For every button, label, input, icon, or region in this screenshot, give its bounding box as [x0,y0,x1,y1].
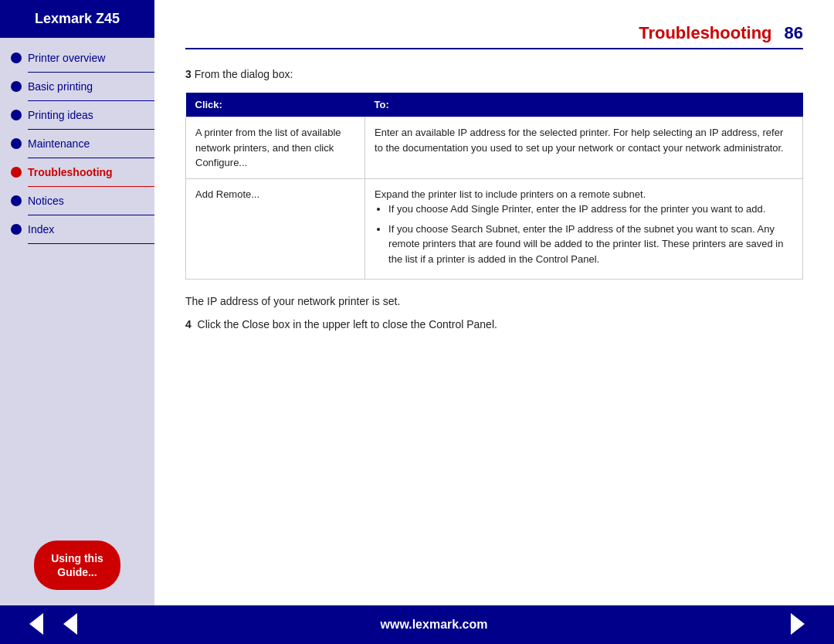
nav-divider-printer-overview [28,72,154,73]
nav-bullet-troubleshooting [11,167,22,178]
back-arrow-button[interactable] [23,610,49,640]
nav-divider-basic-printing [28,100,154,101]
content-area: Troubleshooting 86 3 From the dialog box… [154,0,834,605]
sidebar-label-troubleshooting: Troubleshooting [28,166,113,178]
list-item: If you choose Add Single Printer, enter … [388,202,793,217]
nav-divider-index [28,243,154,244]
table-to-2-intro: Expand the printer list to include print… [375,188,646,200]
sidebar-label-printer-overview: Printer overview [28,52,105,64]
back-arrow2-icon [63,613,77,635]
nav-bullet-maintenance [11,138,22,149]
footer-url[interactable]: www.lexmark.com [380,618,487,632]
sidebar-title: Lexmark Z45 [35,11,120,26]
footer-back-nav [23,610,83,640]
step4-instruction: Click the Close box in the upper left to… [198,318,497,330]
using-guide-button[interactable]: Using this Guide... [34,541,120,590]
step3-text: From the dialog box: [195,68,293,80]
sidebar-item-printer-overview[interactable]: Printer overview [0,46,154,70]
nav-bullet-index [11,224,22,235]
step4-text: 4 Click the Close box in the upper left … [185,318,803,330]
table-cell-to-2: Expand the printer list to include print… [365,178,803,280]
forward-arrow-icon [791,613,805,635]
table-cell-to-1: Enter an available IP address for the se… [365,117,803,179]
back-arrow-icon [29,613,43,635]
sidebar: Lexmark Z45 Printer overview Basic print… [0,0,154,605]
table-to-2-list: If you choose Add Single Printer, enter … [388,202,793,266]
sidebar-item-troubleshooting[interactable]: Troubleshooting [0,160,154,185]
sidebar-item-index[interactable]: Index [0,217,154,242]
table-row: A printer from the list of available net… [186,117,803,179]
table-col1-header: Click: [186,93,365,117]
footer-forward-nav [785,610,811,640]
using-guide-line2: Guide... [57,566,97,578]
sidebar-button-area: Using this Guide... [0,525,154,605]
step3-intro: 3 From the dialog box: [185,68,803,80]
info-table: Click: To: A printer from the list of av… [185,93,803,280]
sidebar-nav: Printer overview Basic printing Printing… [0,38,154,525]
page-number: 86 [785,23,803,43]
sidebar-label-notices: Notices [28,195,64,207]
nav-bullet-printer-overview [11,53,22,63]
nav-divider-troubleshooting [28,186,154,187]
sidebar-label-maintenance: Maintenance [28,137,90,150]
sidebar-label-printing-ideas: Printing ideas [28,109,93,121]
sidebar-header: Lexmark Z45 [0,0,154,38]
nav-bullet-notices [11,195,22,206]
table-col2-header: To: [365,93,803,117]
footer: www.lexmark.com [0,605,834,644]
sidebar-label-index: Index [28,223,54,236]
sidebar-item-basic-printing[interactable]: Basic printing [0,74,154,99]
table-cell-click-2: Add Remote... [186,178,365,280]
step4-number: 4 [185,318,192,330]
forward-arrow-button[interactable] [785,610,811,640]
page-header: Troubleshooting 86 [185,23,803,49]
nav-divider-printing-ideas [28,129,154,130]
list-item: If you choose Search Subnet, enter the I… [388,222,793,267]
page-title: Troubleshooting [639,23,771,43]
ip-set-text: The IP address of your network printer i… [185,295,803,307]
step3-number: 3 [185,68,192,80]
table-row: Add Remote... Expand the printer list to… [186,178,803,280]
sidebar-item-printing-ideas[interactable]: Printing ideas [0,103,154,127]
nav-divider-notices [28,215,154,215]
sidebar-item-maintenance[interactable]: Maintenance [0,131,154,156]
sidebar-label-basic-printing: Basic printing [28,80,93,93]
table-header-row: Click: To: [186,93,803,117]
nav-bullet-basic-printing [11,81,22,92]
back-arrow2-button[interactable] [57,610,83,640]
main-container: Lexmark Z45 Printer overview Basic print… [0,0,834,605]
sidebar-item-notices[interactable]: Notices [0,188,154,213]
using-guide-line1: Using this [51,552,103,564]
nav-bullet-printing-ideas [11,110,22,120]
nav-divider-maintenance [28,158,154,158]
table-cell-click-1: A printer from the list of available net… [186,117,365,179]
